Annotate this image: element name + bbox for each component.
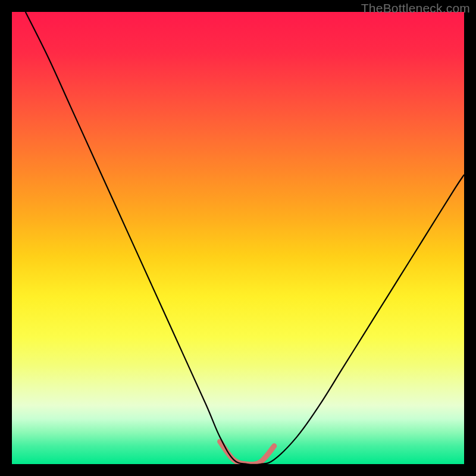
plot-area: [12, 12, 464, 464]
bottleneck-curve: [26, 12, 464, 464]
watermark-text: TheBottleneck.com: [361, 1, 470, 15]
chart-svg: [12, 12, 464, 464]
chart-frame: TheBottleneck.com: [0, 0, 476, 476]
